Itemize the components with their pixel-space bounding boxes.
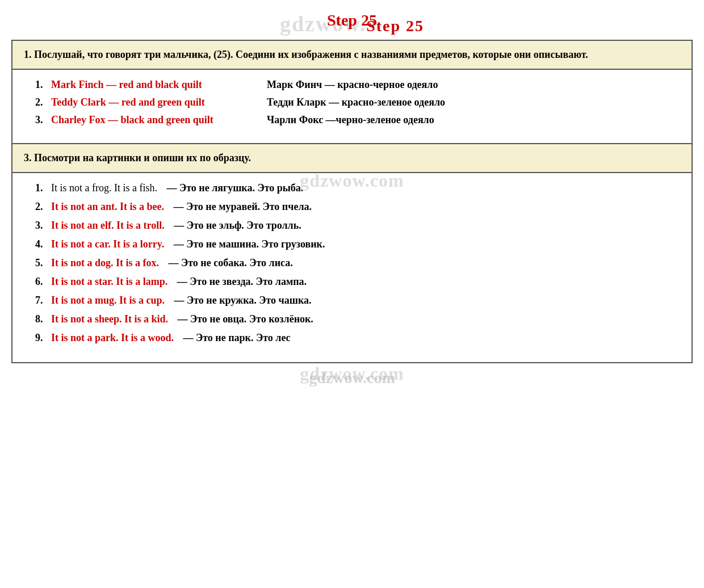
bottom-watermark: gdzwow.com xyxy=(11,369,693,387)
s3-num-8: 8. xyxy=(35,313,48,325)
item-en-3: Charley Fox — black and green quilt xyxy=(51,114,267,126)
s3-en-6: It is not a star. It is a lamp. xyxy=(51,276,167,288)
page-header: gdzwow.Step 25 Step 25 xyxy=(11,11,693,30)
list-item: 5. It is not a dog. It is a fox. — Это н… xyxy=(35,257,674,269)
item-num-1: 1. xyxy=(35,79,48,91)
section-3-header: 3. Посмотри на картинки и опиши их по об… xyxy=(12,144,692,173)
s3-ru-1: — Это не лягушка. Это рыба. xyxy=(166,182,303,194)
s3-ru-3: — Это не эльф. Это тролль. xyxy=(174,220,301,232)
s3-en-9: It is not a park. It is a wood. xyxy=(51,332,174,344)
list-item: 8. It is not a sheep. It is a kid. — Это… xyxy=(35,313,674,325)
section-1-content: 1. Mark Finch — red and black quilt Марк… xyxy=(12,70,692,143)
list-item: 4. It is not a car. It is a lorry. — Это… xyxy=(35,238,674,250)
list-item: 2. It is not an ant. It is a bee. — Это … xyxy=(35,201,674,213)
s3-num-2: 2. xyxy=(35,201,48,213)
s3-en-3: It is not an elf. It is a troll. xyxy=(51,220,165,232)
s3-en-5: It is not a dog. It is a fox. xyxy=(51,257,159,269)
s3-en-4: It is not a car. It is a lorry. xyxy=(51,238,164,250)
s3-ru-5: — Это не собака. Это лиса. xyxy=(169,257,293,269)
s3-ru-7: — Это не кружка. Это чашка. xyxy=(174,295,312,306)
s3-num-7: 7. xyxy=(35,295,48,306)
s3-num-5: 5. xyxy=(35,257,48,269)
item-ru-1: Марк Финч — красно-черное одеяло xyxy=(267,79,438,91)
section-3-title: 3. Посмотри на картинки и опиши их по об… xyxy=(24,152,251,163)
step-label-display: Step 25 xyxy=(327,11,377,29)
s3-en-7: It is not a mug. It is a cup. xyxy=(51,295,165,306)
s3-num-4: 4. xyxy=(35,238,48,250)
section-3-list: 1. It is not a frog. It is a fish. — Это… xyxy=(35,182,674,344)
list-item: 1. Mark Finch — red and black quilt Марк… xyxy=(35,79,674,91)
item-en-2: Teddy Clark — red and green quilt xyxy=(51,96,267,108)
list-item: 6. It is not a star. It is a lamp. — Это… xyxy=(35,276,674,288)
s3-ru-9: — Это не парк. Это лес xyxy=(183,332,291,344)
list-item: 7. It is not a mug. It is a cup. — Это н… xyxy=(35,295,674,306)
s3-ru-4: — Это не машина. Это грузовик. xyxy=(174,238,325,250)
section-1-list: 1. Mark Finch — red and black quilt Марк… xyxy=(35,79,674,126)
s3-num-1: 1. xyxy=(35,182,48,194)
item-num-3: 3. xyxy=(35,114,48,126)
s3-num-6: 6. xyxy=(35,276,48,288)
item-ru-3: Чарли Фокс —черно-зеленое одеяло xyxy=(267,114,434,126)
s3-ru-8: — Это не овца. Это козлёнок. xyxy=(178,313,313,325)
s3-en-1: It is not a frog. It is a fish. xyxy=(51,182,157,194)
s3-ru-2: — Это не муравей. Это пчела. xyxy=(174,201,312,213)
list-item: 3. It is not an elf. It is a troll. — Эт… xyxy=(35,220,674,232)
s3-num-3: 3. xyxy=(35,220,48,232)
item-en-1: Mark Finch — red and black quilt xyxy=(51,79,267,91)
item-num-2: 2. xyxy=(35,96,48,108)
section-1-box: 1. Послушай, что говорят три мальчика, (… xyxy=(11,40,693,144)
item-ru-2: Тедди Кларк — красно-зеленое одеяло xyxy=(267,96,445,108)
section-1-header: 1. Послушай, что говорят три мальчика, (… xyxy=(12,41,692,70)
section-3-box: 3. Посмотри на картинки и опиши их по об… xyxy=(11,144,693,363)
s3-en-2: It is not an ant. It is a bee. xyxy=(51,201,164,213)
list-item: 3. Charley Fox — black and green quilt Ч… xyxy=(35,114,674,126)
list-item: 2. Teddy Clark — red and green quilt Тед… xyxy=(35,96,674,108)
s3-en-8: It is not a sheep. It is a kid. xyxy=(51,313,168,325)
section-3-content: 1. It is not a frog. It is a fish. — Это… xyxy=(12,173,692,362)
list-item: 9. It is not a park. It is a wood. — Это… xyxy=(35,332,674,344)
section-1-instruction: 1. Послушай, что говорят три мальчика, (… xyxy=(24,49,588,60)
s3-ru-6: — Это не звезда. Это лампа. xyxy=(177,276,307,288)
s3-num-9: 9. xyxy=(35,332,48,344)
list-item: 1. It is not a frog. It is a fish. — Это… xyxy=(35,182,674,194)
